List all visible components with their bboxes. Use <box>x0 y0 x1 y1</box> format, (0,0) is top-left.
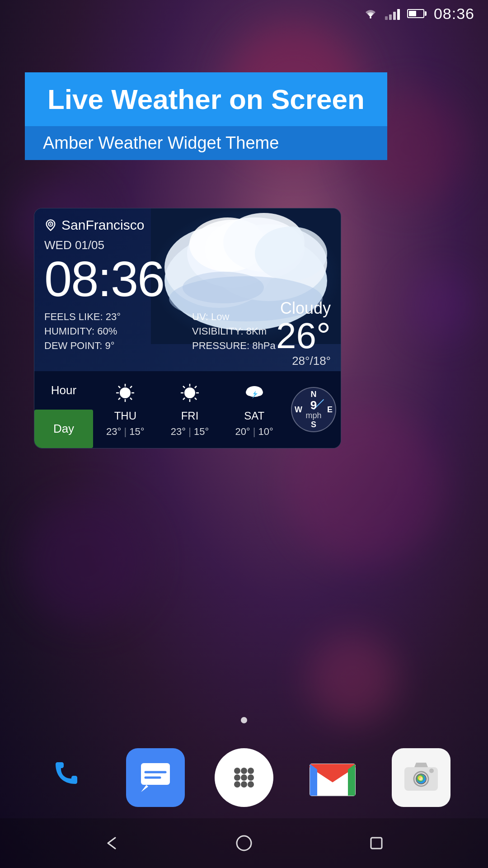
svg-point-13 <box>50 223 52 225</box>
bokeh-5 <box>23 497 149 624</box>
svg-point-54 <box>419 777 423 781</box>
svg-line-19 <box>118 386 120 388</box>
forecast-days: THU 23° | 15° <box>93 371 286 448</box>
wind-compass: N S E W 9 mph <box>286 371 341 448</box>
svg-rect-35 <box>141 763 170 785</box>
navigation-bar <box>0 818 488 868</box>
drawer-dots-icon <box>228 762 260 793</box>
compass-east: E <box>327 405 333 415</box>
camera-app-icon[interactable] <box>392 748 450 807</box>
sat-temps: 20° | 10° <box>235 426 273 438</box>
forecast-day-thu: THU 23° | 15° <box>106 382 145 438</box>
messages-app-icon[interactable] <box>126 748 185 807</box>
thu-name: THU <box>114 410 136 422</box>
fri-icon <box>178 382 201 406</box>
svg-point-46 <box>248 781 254 788</box>
svg-point-55 <box>429 769 434 773</box>
compass-south: S <box>311 420 316 429</box>
svg-point-40 <box>248 768 254 774</box>
banner-title: Live Weather on Screen <box>25 72 387 126</box>
sat-name: SAT <box>244 410 264 422</box>
hour-toggle-btn[interactable]: Hour <box>34 371 93 410</box>
fri-name: FRI <box>181 410 199 422</box>
gmail-app-icon[interactable] <box>303 748 362 807</box>
day-toggle-btn[interactable]: Day <box>34 410 93 448</box>
location-pin-icon <box>44 219 57 231</box>
svg-point-23 <box>184 387 195 398</box>
svg-point-38 <box>234 768 240 774</box>
svg-point-0 <box>370 17 371 19</box>
forecast-day-sat: SAT 20° | 10° <box>235 382 273 438</box>
back-button[interactable] <box>103 834 121 852</box>
pressure: PRESSURE: 8hPa <box>192 340 331 352</box>
thu-icon <box>114 382 136 406</box>
location-row: SanFrancisco <box>44 217 331 233</box>
phone-svg-icon <box>47 757 87 798</box>
fri-temps: 23° | 15° <box>171 426 209 438</box>
svg-point-56 <box>237 836 251 850</box>
weather-widget[interactable]: SanFrancisco WED 01/05 08:36 Cloudy 26° … <box>34 208 341 448</box>
location-name: SanFrancisco <box>61 217 144 233</box>
feels-like: FEELS LIKE: 23° <box>44 311 183 323</box>
svg-line-29 <box>195 398 197 400</box>
svg-point-42 <box>241 774 247 781</box>
banner-subtitle: Amber Weather Widget Theme <box>25 126 387 160</box>
thu-temps: 23° | 15° <box>106 426 145 438</box>
svg-point-43 <box>248 774 254 781</box>
wifi-icon <box>363 7 378 20</box>
messages-svg-icon <box>137 760 174 796</box>
svg-point-41 <box>234 774 240 781</box>
forecast-day-fri: FRI 23° | 15° <box>171 382 209 438</box>
svg-line-22 <box>118 398 120 400</box>
app-drawer-icon[interactable] <box>215 748 273 807</box>
uv: UV: Low <box>192 311 331 323</box>
svg-point-39 <box>241 768 247 774</box>
gmail-svg-icon <box>308 757 357 798</box>
wind-speed-display: 9 mph <box>305 399 321 420</box>
temp-range: 28°/18° <box>276 354 331 368</box>
day-toggle: Hour Day <box>34 371 93 448</box>
svg-point-33 <box>246 389 255 396</box>
bokeh-7 <box>407 271 474 339</box>
compass-circle: N S E W 9 mph <box>291 387 336 432</box>
svg-line-31 <box>183 398 185 400</box>
home-button[interactable] <box>235 834 253 852</box>
weather-details: FEELS LIKE: 23° UV: Low HUMIDITY: 60% VI… <box>44 311 331 352</box>
forecast-bar: Hour Day <box>34 371 341 448</box>
compass-west: W <box>295 405 302 415</box>
svg-line-30 <box>195 386 197 388</box>
svg-line-28 <box>183 386 185 388</box>
page-indicator <box>241 717 247 723</box>
phone-app-icon[interactable] <box>38 748 96 807</box>
svg-rect-57 <box>371 838 382 849</box>
widget-top: SanFrancisco WED 01/05 08:36 Cloudy 26° … <box>34 208 341 371</box>
svg-point-14 <box>120 387 131 398</box>
sat-icon <box>243 382 266 406</box>
svg-point-44 <box>234 781 240 788</box>
svg-line-20 <box>130 398 132 400</box>
dew-point: DEW POINT: 9° <box>44 340 183 352</box>
recents-button[interactable] <box>367 834 385 852</box>
signal-icon <box>385 7 400 20</box>
status-bar: 08:36 <box>0 0 488 27</box>
widget-time: 08:36 <box>44 254 331 304</box>
header-banner: Live Weather on Screen Amber Weather Wid… <box>25 72 387 160</box>
svg-point-45 <box>241 781 247 788</box>
compass-north: N <box>311 390 317 399</box>
widget-date: WED 01/05 <box>44 238 331 252</box>
dock-bar <box>0 737 488 818</box>
humidity: HUMIDITY: 60% <box>44 326 183 337</box>
svg-line-21 <box>130 386 132 388</box>
page-dot <box>241 717 247 723</box>
camera-svg-icon <box>401 757 441 798</box>
visibility: VISIBILITY: 8Km <box>192 326 331 337</box>
battery-icon <box>407 9 427 18</box>
compass-container: N S E W 9 mph <box>291 387 336 432</box>
status-time: 08:36 <box>434 5 474 23</box>
bokeh-6 <box>307 633 398 723</box>
